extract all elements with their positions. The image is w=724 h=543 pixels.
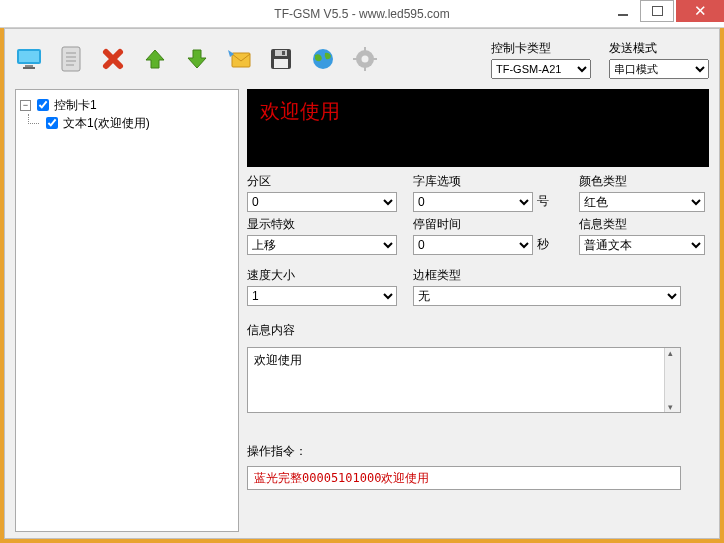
color-type-label: 颜色类型 — [579, 173, 709, 190]
close-button[interactable]: ✕ — [676, 0, 724, 22]
save-icon[interactable] — [267, 45, 295, 73]
card-type-label: 控制卡类型 — [491, 40, 591, 57]
gear-icon[interactable] — [351, 45, 379, 73]
stay-time-select[interactable]: 0 — [413, 235, 533, 255]
info-type-label: 信息类型 — [579, 216, 709, 233]
svg-rect-20 — [373, 58, 377, 60]
window-title: TF-GSM V5.5 - www.led595.com — [274, 7, 449, 21]
font-option-select[interactable]: 0 — [413, 192, 533, 212]
svg-rect-4 — [62, 47, 80, 71]
arrow-down-icon[interactable] — [183, 45, 211, 73]
font-option-suffix: 号 — [537, 193, 549, 212]
border-type-label: 边框类型 — [413, 267, 681, 284]
scrollbar[interactable] — [664, 348, 680, 412]
svg-rect-11 — [275, 50, 287, 56]
tree-root[interactable]: − 控制卡1 — [20, 96, 234, 114]
speed-label: 速度大小 — [247, 267, 397, 284]
operation-output: 蓝光完整00005101000欢迎使用 — [247, 466, 681, 490]
color-type-select[interactable]: 红色 — [579, 192, 705, 212]
stay-time-label: 停留时间 — [413, 216, 533, 233]
minimize-button[interactable] — [606, 0, 640, 22]
maximize-button[interactable] — [640, 0, 674, 22]
globe-icon[interactable] — [309, 45, 337, 73]
card-type-select[interactable]: TF-GSM-A21 — [491, 59, 591, 79]
svg-rect-9 — [232, 53, 250, 67]
stay-time-suffix: 秒 — [537, 236, 549, 255]
tree-child-label: 文本1(欢迎使用) — [63, 114, 150, 132]
collapse-icon[interactable]: − — [20, 100, 31, 111]
svg-rect-12 — [282, 51, 285, 55]
send-mode-select[interactable]: 串口模式 — [609, 59, 709, 79]
delete-icon[interactable] — [99, 45, 127, 73]
svg-rect-3 — [23, 67, 35, 69]
send-mode-label: 发送模式 — [609, 40, 709, 57]
partition-select[interactable]: 0 — [247, 192, 397, 212]
preview-text: 欢迎使用 — [260, 100, 340, 122]
tree-child-checkbox[interactable] — [46, 117, 58, 129]
font-option-label: 字库选项 — [413, 173, 533, 190]
document-icon[interactable] — [57, 45, 85, 73]
monitor-icon[interactable] — [15, 45, 43, 73]
svg-rect-19 — [353, 58, 357, 60]
content-text: 欢迎使用 — [254, 353, 302, 367]
display-effect-label: 显示特效 — [247, 216, 397, 233]
operation-text: 蓝光完整00005101000欢迎使用 — [254, 471, 429, 485]
titlebar: TF-GSM V5.5 - www.led595.com ✕ — [0, 0, 724, 28]
led-preview: 欢迎使用 — [247, 89, 709, 167]
arrow-up-icon[interactable] — [141, 45, 169, 73]
operation-label: 操作指令： — [247, 443, 709, 460]
tree-root-label: 控制卡1 — [54, 96, 97, 114]
svg-rect-17 — [364, 47, 366, 51]
speed-select[interactable]: 1 — [247, 286, 397, 306]
tree-panel: − 控制卡1 文本1(欢迎使用) — [15, 89, 239, 532]
svg-rect-18 — [364, 67, 366, 71]
partition-label: 分区 — [247, 173, 397, 190]
display-effect-select[interactable]: 上移 — [247, 235, 397, 255]
tree-child[interactable]: 文本1(欢迎使用) — [42, 114, 234, 132]
svg-rect-13 — [274, 59, 288, 68]
tree-root-checkbox[interactable] — [37, 99, 49, 111]
svg-rect-1 — [19, 51, 39, 62]
info-type-select[interactable]: 普通文本 — [579, 235, 705, 255]
mail-send-icon[interactable] — [225, 45, 253, 73]
content-label: 信息内容 — [247, 322, 709, 339]
svg-rect-2 — [25, 65, 33, 67]
svg-point-16 — [362, 56, 369, 63]
content-textarea[interactable]: 欢迎使用 — [247, 347, 681, 413]
toolbar: 控制卡类型 TF-GSM-A21 发送模式 串口模式 — [15, 37, 709, 81]
border-type-select[interactable]: 无 — [413, 286, 681, 306]
